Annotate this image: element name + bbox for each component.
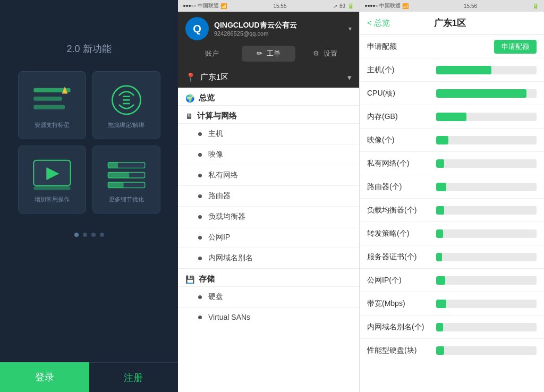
row-bar-image [436,136,537,144]
row-fill-mem [436,113,466,121]
menu-item-router[interactable]: 路由器 [178,185,359,206]
apply-quota-label: 申请配额 [367,42,494,52]
svg-rect-14 [108,163,118,168]
region-dot-icon: 📍 [185,72,196,82]
register-button[interactable]: 注册 [89,362,178,392]
menu-panel: 中国联通 📶 15:55 ↗ 89 🔋 Q QINGCLOUD青云公有云 924… [178,0,360,392]
wifi-icon: 📶 [220,3,227,9]
menu-item-dns[interactable]: 内网域名别名 [178,248,359,268]
detail-list: 申请配额 申请配额 主机(个) CPU(核) 内存(GB) 映像(个) [360,35,544,392]
star-icon [31,82,73,119]
carrier-label: 中国联通 [198,2,219,10]
row-bar-vpc [436,159,537,168]
login-button[interactable]: 登录 [0,362,89,392]
detail-row-vpc: 私有网络(个) [360,152,544,175]
row-label-bw: 带宽(Mbps) [367,299,436,309]
row-fill-router [436,183,446,191]
menu-section-overview[interactable]: 🌍 总览 [178,88,359,105]
router-label: 路由器 [208,191,231,201]
row-fill-eip [436,276,445,285]
detail-carrier-label: 中国联通 [379,2,401,10]
row-label-image: 映像(个) [367,135,436,145]
detail-status-bar: 中国联通 📶 15:56 🔋 [360,0,544,12]
menu-item-vsan[interactable]: Virtual SANs [178,307,359,327]
login-panel: 2.0 新功能 资源支持标星 [0,0,178,392]
menu-header: Q QINGCLOUD青云公有云 924286525@qq.com ▾ [178,12,359,46]
menu-section-storage[interactable]: 💾 存储 [178,269,359,286]
dot-vpc [198,174,202,177]
storage-icon: 💾 [185,275,194,284]
settings-tab-label: 设置 [324,49,337,57]
avatar: Q [185,17,209,40]
disk-label: 硬盘 [208,292,223,302]
detail-time-label: 15:56 [464,3,477,9]
row-label-lb: 负载均衡器(个) [367,206,436,215]
menu-item-disk[interactable]: 硬盘 [178,286,359,307]
back-button[interactable]: < 总览 [367,18,390,28]
feature-card-drag: 拖拽绑定/解绑 [92,71,160,139]
svg-rect-1 [33,97,62,101]
compute-icon: 🖥 [185,112,193,121]
detail-row-cpu: CPU(核) [360,82,544,105]
region-label: 广东1区 [200,72,228,82]
row-label-router: 路由器(个) [367,182,436,192]
detail-row-bw: 带宽(Mbps) [360,292,544,316]
row-fill-cert [436,253,442,261]
row-fill-host [436,66,491,74]
detail-row-ssd: 性能型硬盘(块) [360,339,544,362]
detail-panel: 中国联通 📶 15:56 🔋 < 总览 广东1区 申请配额 申请配额 主机(个)… [360,0,544,392]
row-bar-lb [436,206,537,215]
row-label-host: 主机(个) [367,65,436,75]
menu-tabs: 账户 ✏ 工单 ⚙ 设置 [178,46,359,67]
row-label-eip: 公网IP(个) [367,276,436,285]
row-label-fwd: 转发策略(个) [367,229,436,238]
host-label: 主机 [208,129,223,139]
page-dots [74,233,104,237]
menu-section-compute[interactable]: 🖥 计算与网络 [178,106,359,123]
row-label-cpu: CPU(核) [367,89,436,98]
detail-row-router: 路由器(个) [360,175,544,199]
feature-card-star: 资源支持标星 [18,71,86,139]
vpc-label: 私有网络 [208,171,238,180]
menu-item-vpc[interactable]: 私有网络 [178,165,359,185]
account-email: 924286525@qq.com [214,30,343,37]
list-icon [105,156,148,193]
eip-label: 公网IP [208,233,230,242]
row-bar-ssd [436,346,537,355]
play-icon [31,156,73,193]
apply-quota-button[interactable]: 申请配额 [494,40,537,54]
account-arrow[interactable]: ▾ [348,25,352,32]
row-bar-mem [436,113,537,121]
row-bar-eip [436,276,537,285]
menu-item-image[interactable]: 映像 [178,144,359,165]
status-left: 中国联通 📶 [183,2,227,10]
row-bar-router [436,183,537,191]
tab-ticket[interactable]: ✏ 工单 [242,46,295,62]
account-tab-label: 账户 [205,49,219,57]
menu-region[interactable]: 📍 广东1区 ▾ [178,67,359,88]
row-fill-dns [436,323,443,331]
dot-router [198,194,202,198]
row-bar-bw [436,300,537,308]
svg-rect-10 [33,186,70,190]
feature-card-play: 增加常用操作 [18,146,86,214]
svg-rect-15 [108,173,129,178]
dot-lb [198,215,202,219]
detail-title: 广东1区 [390,17,510,29]
menu-item-eip[interactable]: 公网IP [178,227,359,248]
menu-list: 🌍 总览 🖥 计算与网络 主机 映像 私有网络 路由器 负载均衡器 [178,88,359,392]
detail-status-right: 🔋 [532,3,539,9]
detail-header: < 总览 广东1区 [360,12,544,35]
row-fill-fwd [436,229,443,238]
battery-icon: ↗ [333,3,337,9]
row-label-vpc: 私有网络(个) [367,159,436,168]
tab-account[interactable]: 账户 [185,46,239,62]
dot-image [198,153,202,157]
menu-item-lb[interactable]: 负载均衡器 [178,206,359,227]
tab-settings[interactable]: ⚙ 设置 [299,46,352,62]
menu-item-host[interactable]: 主机 [178,123,359,144]
overview-label: 总览 [199,93,215,103]
row-bar-cert [436,253,537,261]
row-fill-cpu [436,89,526,98]
row-fill-vpc [436,159,444,168]
